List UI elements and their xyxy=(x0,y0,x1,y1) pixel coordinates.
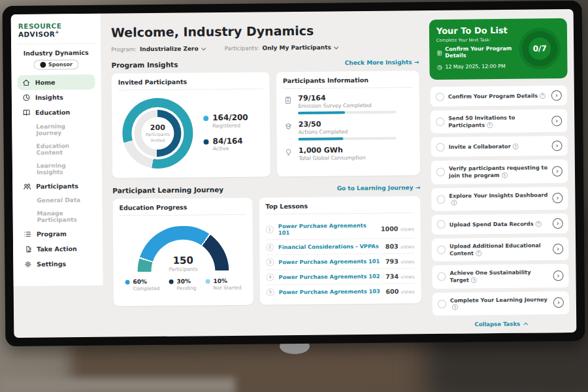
sidebar-item-insights[interactable]: Insights xyxy=(18,89,95,105)
gauge-legend-item: 10% Not Started xyxy=(205,278,241,291)
todo-task-row: Verify participants requesting to join t… xyxy=(431,159,568,184)
info-label: Total Global Consumption xyxy=(299,155,365,161)
lesson-title-link[interactable]: Power Purchase Agreements 103 xyxy=(279,288,382,296)
legend-dot-icon xyxy=(125,280,129,284)
task-chevron-button[interactable]: › xyxy=(551,90,562,101)
task-chevron-button[interactable]: › xyxy=(553,218,563,229)
sidebar-item-education-content[interactable]: Education Content xyxy=(18,139,95,159)
program-filter[interactable]: Program: Industrialize Zero xyxy=(111,45,205,52)
donut-center: 200 Participants Invited xyxy=(122,97,193,169)
invited-participants-title: Invited Participants xyxy=(118,77,264,90)
task-doc-icon xyxy=(436,46,442,58)
info-icon[interactable]: ? xyxy=(513,144,519,150)
lesson-rank: 5 xyxy=(267,288,274,296)
sidebar-item-program[interactable]: Program xyxy=(19,225,97,241)
info-value: 1,000 GWh xyxy=(299,146,365,155)
sidebar-item-manage-participants[interactable]: Manage Participants xyxy=(18,206,96,226)
clock-icon xyxy=(436,61,442,73)
page-title: Welcome, Industry Dynamics xyxy=(111,22,419,40)
learning-cards-row: Education Progress 150 Participants xyxy=(112,196,421,306)
program-insights-header: Program Insights Check More Insights → xyxy=(111,58,419,69)
info-icon[interactable]: ? xyxy=(502,172,508,178)
progress-fill xyxy=(299,137,344,140)
progress-fill xyxy=(299,111,346,114)
participants-filter[interactable]: Participants: Only My Participants xyxy=(225,44,338,52)
participants-info-row: 79/164 Emission Survey Completed xyxy=(283,93,413,114)
info-value: 23/50 xyxy=(299,119,397,128)
task-checkbox[interactable] xyxy=(436,195,445,204)
legend-dot-icon xyxy=(169,280,173,284)
sidebar-item-learning-journey[interactable]: Learning Journey xyxy=(18,119,95,139)
insights-cards-row: Invited Participants 200 Participants In… xyxy=(112,71,421,178)
insights-icon xyxy=(22,93,31,101)
sponsor-badge-icon xyxy=(40,61,46,67)
sidebar-item-home[interactable]: Home xyxy=(18,74,95,90)
task-chevron-button[interactable]: › xyxy=(552,166,563,176)
sidebar-item-label: General Data xyxy=(37,197,80,204)
sidebar-item-general-data[interactable]: General Data xyxy=(18,193,96,206)
task-checkbox[interactable] xyxy=(437,246,446,254)
task-checkbox[interactable] xyxy=(436,143,445,152)
legend-label: Pending xyxy=(176,285,196,291)
task-chevron-button[interactable]: › xyxy=(553,244,563,254)
sidebar-item-label: Learning Insights xyxy=(37,161,91,175)
legend-pct: 60% xyxy=(133,278,159,286)
lesson-title-link[interactable]: Power Purchase Agreements 101 xyxy=(278,258,381,266)
task-checkbox[interactable] xyxy=(438,299,446,308)
sidebar-item-participants[interactable]: Participants xyxy=(18,178,96,193)
sidebar-item-education[interactable]: Education xyxy=(18,104,95,120)
task-chevron-button[interactable]: › xyxy=(551,116,562,126)
lesson-title-link[interactable]: Power Purchase Agreements 102 xyxy=(278,273,381,281)
education-icon xyxy=(22,108,31,116)
gauge-legend-item: 30% Pending xyxy=(169,278,196,291)
legend-label: Active xyxy=(213,145,243,151)
task-chevron-button[interactable]: › xyxy=(553,297,564,308)
task-chevron-button[interactable]: › xyxy=(552,140,563,151)
program-insights-title: Program Insights xyxy=(111,61,178,69)
info-icon[interactable]: ? xyxy=(451,200,457,206)
main-content: Welcome, Industry Dynamics Program: Indu… xyxy=(101,10,430,337)
task-chevron-button[interactable]: › xyxy=(553,270,563,281)
chevron-down-icon xyxy=(201,46,206,50)
participants-info-row: 23/50 Actions Completed xyxy=(284,119,414,140)
sponsor-badge[interactable]: Sponsor xyxy=(33,59,79,70)
todo-task-row: Upload Spend Data Records? › xyxy=(431,213,569,235)
lesson-title-link[interactable]: Power Purchase Agreements 101 xyxy=(278,222,376,236)
info-icon[interactable]: ? xyxy=(471,277,477,283)
settings-icon xyxy=(24,259,32,268)
collapse-tasks-link[interactable]: Collapse Tasks xyxy=(432,320,570,328)
sidebar-item-take-action[interactable]: Take Action xyxy=(19,240,97,256)
task-label: Complete Your Learning Journey? xyxy=(450,296,549,311)
info-icon[interactable]: ? xyxy=(487,122,493,128)
lesson-title-link[interactable]: Financial Considerations - VPPAs xyxy=(278,243,381,251)
task-checkbox[interactable] xyxy=(436,92,444,101)
legend-label: Registered xyxy=(212,122,248,129)
lesson-views: 793 views xyxy=(385,257,414,265)
info-icon[interactable]: ? xyxy=(540,93,546,99)
task-label: Verify participants requesting to join t… xyxy=(449,165,548,180)
logo-secondary: ADVISOR xyxy=(18,30,55,39)
check-more-insights-link[interactable]: Check More Insights → xyxy=(345,59,419,66)
go-to-learning-journey-link[interactable]: Go to Learning Journey → xyxy=(337,184,421,191)
task-checkbox[interactable] xyxy=(437,272,446,281)
task-label: Achieve One Sustainability Target? xyxy=(449,269,549,284)
info-icon[interactable]: ? xyxy=(452,304,458,310)
legend-dot-icon xyxy=(203,116,208,122)
task-checkbox[interactable] xyxy=(437,220,446,229)
chevron-up-icon xyxy=(523,322,528,327)
sidebar-item-label: Manage Participants xyxy=(37,209,92,223)
sidebar-item-settings[interactable]: Settings xyxy=(19,255,97,271)
info-icon[interactable]: ? xyxy=(476,250,482,256)
task-checkbox[interactable] xyxy=(436,118,444,126)
lesson-rank: 1 xyxy=(266,225,274,233)
sidebar-item-label: Program xyxy=(37,230,67,237)
task-label: Explore Your Insights Dashboard? xyxy=(449,191,548,206)
donut-legend-item: 164/200 Registered xyxy=(203,114,248,129)
gauge-legend-item: 60% Completed xyxy=(125,278,159,291)
sidebar-item-learning-insights[interactable]: Learning Insights xyxy=(18,158,96,178)
info-icon[interactable]: ? xyxy=(535,221,541,227)
todo-panel: Your To Do List Complete Your Next Task:… xyxy=(427,9,577,334)
task-chevron-button[interactable]: › xyxy=(552,193,563,203)
lesson-views: 600 views xyxy=(385,287,414,295)
task-checkbox[interactable] xyxy=(436,168,445,176)
